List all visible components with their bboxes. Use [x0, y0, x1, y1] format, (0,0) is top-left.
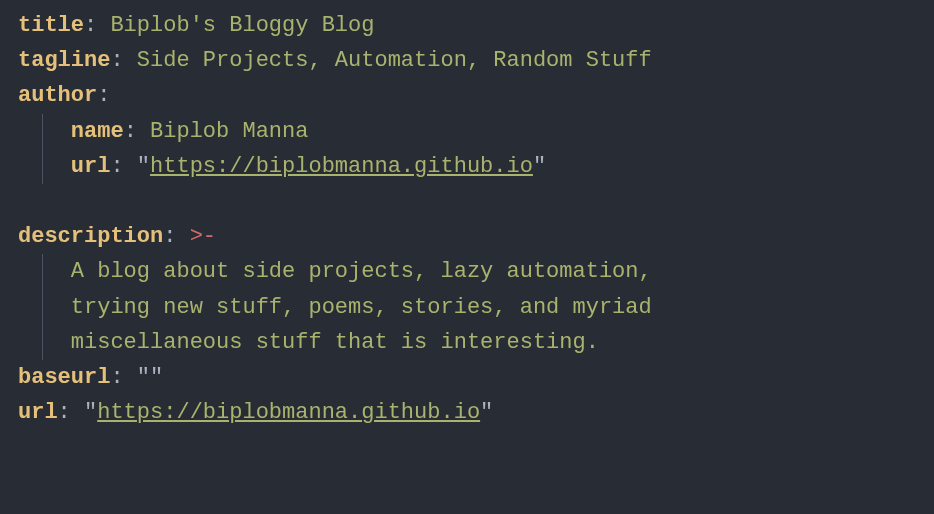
yaml-line-tagline: tagline: Side Projects, Automation, Rand…	[18, 43, 916, 78]
yaml-code-block: title: Biplob's Bloggy Blog tagline: Sid…	[18, 8, 916, 430]
colon: :	[58, 400, 84, 425]
yaml-line-author-url: url: "https://biplobmanna.github.io"	[18, 149, 916, 184]
quote: "	[480, 400, 493, 425]
quote: "	[533, 154, 546, 179]
colon: :	[97, 83, 110, 108]
colon: :	[110, 48, 136, 73]
colon: :	[163, 224, 189, 249]
quote: "	[137, 154, 150, 179]
yaml-line-author: author:	[18, 78, 916, 113]
yaml-line-description-2: trying new stuff, poems, stories, and my…	[18, 290, 916, 325]
colon: :	[124, 119, 150, 144]
yaml-key: title	[18, 13, 84, 38]
yaml-value: Biplob's Bloggy Blog	[110, 13, 374, 38]
yaml-url-value: https://biplobmanna.github.io	[97, 400, 480, 425]
yaml-key: name	[71, 119, 124, 144]
yaml-line-baseurl: baseurl: ""	[18, 360, 916, 395]
yaml-key: url	[71, 154, 111, 179]
yaml-key: url	[18, 400, 58, 425]
block-scalar-indicator: >-	[190, 224, 216, 249]
yaml-key: tagline	[18, 48, 110, 73]
yaml-line-author-name: name: Biplob Manna	[18, 114, 916, 149]
yaml-line-description-1: A blog about side projects, lazy automat…	[18, 254, 916, 289]
yaml-value: Biplob Manna	[150, 119, 308, 144]
description-text: A blog about side projects, lazy automat…	[71, 259, 652, 284]
quote: "	[137, 365, 150, 390]
colon: :	[84, 13, 110, 38]
colon: :	[110, 154, 136, 179]
yaml-key: baseurl	[18, 365, 110, 390]
description-text: trying new stuff, poems, stories, and my…	[71, 295, 652, 320]
yaml-line-title: title: Biplob's Bloggy Blog	[18, 8, 916, 43]
yaml-line-description-3: miscellaneous stuff that is interesting.	[18, 325, 916, 360]
colon: :	[110, 365, 136, 390]
yaml-line-url: url: "https://biplobmanna.github.io"	[18, 395, 916, 430]
yaml-blank-line	[18, 184, 916, 219]
yaml-key: author	[18, 83, 97, 108]
yaml-url-value: https://biplobmanna.github.io	[150, 154, 533, 179]
quote: "	[150, 365, 163, 390]
quote: "	[84, 400, 97, 425]
yaml-value: Side Projects, Automation, Random Stuff	[137, 48, 652, 73]
yaml-key: description	[18, 224, 163, 249]
description-text: miscellaneous stuff that is interesting.	[71, 330, 599, 355]
yaml-line-description: description: >-	[18, 219, 916, 254]
